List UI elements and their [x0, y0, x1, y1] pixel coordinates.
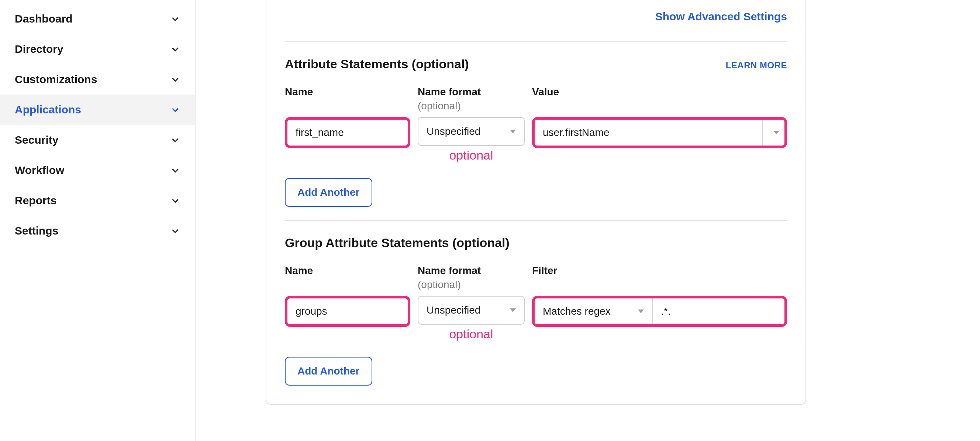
highlight-box: groups: [285, 296, 410, 327]
annotation-optional: optional: [418, 327, 525, 341]
sidebar-item-label: Customizations: [15, 73, 97, 86]
sidebar-item-workflow[interactable]: Workflow: [0, 155, 195, 185]
chevron-down-icon: [170, 135, 180, 145]
highlight-box: first_name: [285, 117, 410, 148]
column-header-name: Name: [285, 86, 410, 98]
combo-dropdown-button[interactable]: [762, 120, 784, 145]
learn-more-link[interactable]: LEARN MORE: [726, 60, 787, 70]
column-header-format: Name format: [418, 86, 525, 98]
divider: [285, 220, 787, 221]
attr-name-input[interactable]: first_name: [288, 120, 408, 145]
combo-value: user.firstName: [535, 120, 762, 145]
sidebar: Dashboard Directory Customizations Appli…: [0, 0, 196, 441]
sidebar-item-applications[interactable]: Applications: [0, 94, 195, 125]
chevron-down-icon: [170, 44, 180, 54]
highlight-box: Matches regex .*.: [532, 296, 787, 327]
divider: [285, 42, 787, 42]
sidebar-item-label: Settings: [15, 225, 58, 237]
dropdown-icon: [773, 131, 779, 134]
add-another-group-button[interactable]: Add Another: [285, 357, 372, 386]
chevron-down-icon: [170, 196, 180, 205]
select-value: Matches regex: [543, 305, 611, 317]
column-header-format-sub: (optional): [418, 279, 525, 291]
column-header-format: Name format: [418, 265, 525, 276]
show-advanced-link[interactable]: Show Advanced Settings: [285, 10, 787, 42]
sidebar-item-label: Workflow: [15, 164, 64, 177]
dropdown-icon: [510, 308, 516, 312]
attribute-statements-title: Attribute Statements (optional): [285, 57, 469, 71]
sidebar-item-directory[interactable]: Directory: [0, 34, 195, 64]
column-header-name: Name: [285, 265, 410, 276]
select-value: Unspecified: [426, 126, 480, 137]
sidebar-item-label: Reports: [15, 194, 56, 207]
group-name-input[interactable]: groups: [288, 299, 408, 324]
add-another-attr-button[interactable]: Add Another: [285, 178, 372, 207]
group-attribute-statements-title: Group Attribute Statements (optional): [285, 236, 509, 250]
main-content: Show Advanced Settings Attribute Stateme…: [196, 0, 980, 441]
highlight-box: user.firstName: [532, 117, 787, 148]
chevron-down-icon: [170, 75, 180, 84]
chevron-down-icon: [170, 226, 180, 236]
sidebar-item-dashboard[interactable]: Dashboard: [0, 4, 195, 34]
sidebar-item-label: Directory: [15, 43, 64, 55]
sidebar-item-reports[interactable]: Reports: [0, 185, 195, 216]
settings-panel: Show Advanced Settings Attribute Stateme…: [266, 0, 806, 405]
column-header-value: Value: [532, 86, 787, 98]
sidebar-item-settings[interactable]: Settings: [0, 216, 195, 246]
column-header-format-sub: (optional): [418, 100, 525, 112]
chevron-down-icon: [170, 14, 180, 24]
group-format-select[interactable]: Unspecified: [418, 296, 525, 324]
sidebar-item-label: Security: [15, 134, 58, 146]
group-filter-value-input[interactable]: .*.: [653, 299, 784, 324]
annotation-optional: optional: [418, 148, 525, 163]
sidebar-item-label: Dashboard: [15, 13, 73, 25]
sidebar-item-label: Applications: [15, 104, 81, 116]
chevron-down-icon: [170, 165, 180, 175]
dropdown-icon: [510, 129, 516, 133]
column-header-filter: Filter: [532, 265, 787, 276]
select-value: Unspecified: [426, 304, 480, 316]
attr-format-select[interactable]: Unspecified: [418, 117, 525, 146]
attr-value-combo[interactable]: user.firstName: [535, 120, 784, 145]
dropdown-icon: [638, 310, 644, 313]
chevron-down-icon: [170, 105, 180, 115]
sidebar-item-customizations[interactable]: Customizations: [0, 64, 195, 94]
group-filter-type-select[interactable]: Matches regex: [535, 299, 653, 324]
sidebar-item-security[interactable]: Security: [0, 125, 195, 155]
